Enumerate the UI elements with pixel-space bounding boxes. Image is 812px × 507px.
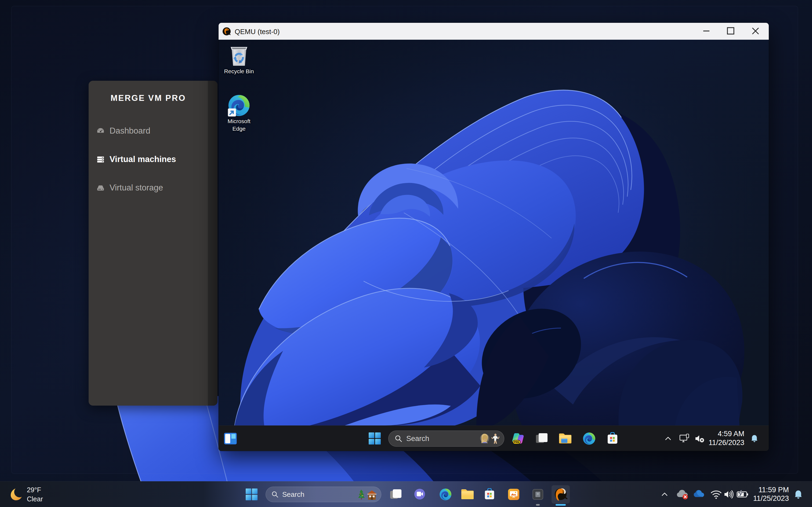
svg-text:PRE: PRE bbox=[514, 441, 520, 444]
